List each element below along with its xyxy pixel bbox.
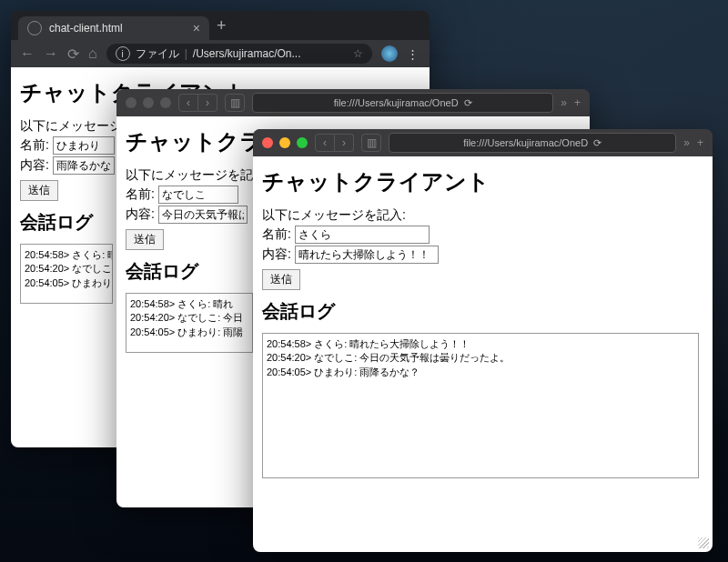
close-icon[interactable] xyxy=(126,97,136,108)
globe-icon xyxy=(27,21,42,35)
body-input[interactable] xyxy=(295,246,439,264)
browser-tab[interactable]: chat-client.html × xyxy=(18,16,209,40)
addr-prefix: ファイル xyxy=(136,46,179,62)
titlebar[interactable]: ‹ › ▥ file:///Users/kujiramac/OneD ⟳ » + xyxy=(116,89,590,116)
url-text: file:///Users/kujiramac/OneD xyxy=(463,137,588,148)
name-input[interactable] xyxy=(53,136,115,155)
forward-icon[interactable]: → xyxy=(44,45,58,62)
name-label: 名前: xyxy=(20,137,49,154)
address-bar[interactable]: file:///Users/kujiramac/OneD ⟳ xyxy=(389,133,676,153)
close-icon[interactable] xyxy=(262,137,273,148)
home-icon[interactable]: ⌂ xyxy=(88,45,97,62)
traffic-lights[interactable] xyxy=(262,137,308,148)
back-icon[interactable]: ‹ xyxy=(178,94,198,112)
new-tab-button[interactable]: + xyxy=(217,16,227,35)
addr-path: /Users/kujiramac/On... xyxy=(193,47,301,60)
back-icon[interactable]: ← xyxy=(20,45,35,62)
body-input[interactable] xyxy=(53,156,115,175)
body-label: 内容: xyxy=(20,157,49,174)
tab-title: chat-client.html xyxy=(49,22,123,35)
new-tab-icon[interactable]: + xyxy=(697,136,703,149)
name-label: 名前: xyxy=(262,226,291,243)
chrome-toolbar: ← → ⟳ ⌂ i ファイル | /Users/kujiramac/On... … xyxy=(11,40,430,67)
log-title: 会話ログ xyxy=(262,299,703,324)
sidebar-icon[interactable]: ▥ xyxy=(225,94,245,112)
minimize-icon[interactable] xyxy=(279,137,290,148)
new-tab-icon[interactable]: + xyxy=(574,96,581,109)
body-label: 内容: xyxy=(262,246,291,263)
info-icon: i xyxy=(116,46,130,61)
log-box[interactable]: 20:54:58> さくら: 晴 20:54:20> なでしこ 20:54:05… xyxy=(20,244,113,304)
titlebar[interactable]: ‹ › ▥ file:///Users/kujiramac/OneD ⟳ » + xyxy=(253,129,713,156)
extension-icon[interactable] xyxy=(381,45,398,62)
log-box[interactable]: 20:54:58> さくら: 晴れ 20:54:20> なでしこ: 今日 20:… xyxy=(126,293,253,353)
body-label: 内容: xyxy=(126,206,155,223)
chrome-tabbar: chat-client.html × + xyxy=(11,11,430,40)
close-tab-icon[interactable]: × xyxy=(193,21,200,35)
address-bar[interactable]: i ファイル | /Users/kujiramac/On... ☆ xyxy=(106,44,372,64)
star-icon[interactable]: ☆ xyxy=(353,47,363,60)
zoom-icon[interactable] xyxy=(160,97,171,108)
back-icon[interactable]: ‹ xyxy=(315,134,335,152)
prompt-text: 以下にメッセージを記入: xyxy=(262,207,703,224)
page-content: チャットクライアント 以下にメッセージを記入: 名前: 内容: 送信 会話ログ … xyxy=(253,156,713,552)
reload-icon[interactable]: ⟳ xyxy=(464,97,472,109)
minimize-icon[interactable] xyxy=(143,97,154,108)
name-input[interactable] xyxy=(295,226,430,244)
menu-icon[interactable]: ⋮ xyxy=(407,47,420,61)
send-button[interactable]: 送信 xyxy=(262,269,300,290)
url-text: file:///Users/kujiramac/OneD xyxy=(334,97,459,108)
sidebar-icon[interactable]: ▥ xyxy=(361,134,381,152)
send-button[interactable]: 送信 xyxy=(20,180,58,201)
safari-window-b: ‹ › ▥ file:///Users/kujiramac/OneD ⟳ » +… xyxy=(253,129,713,552)
overflow-icon[interactable]: » xyxy=(683,136,690,149)
traffic-lights[interactable] xyxy=(126,97,171,108)
page-title: チャットクライアント xyxy=(262,167,703,196)
log-box[interactable]: 20:54:58> さくら: 晴れたら大掃除しよう！！ 20:54:20> なで… xyxy=(262,333,699,478)
reload-icon[interactable]: ⟳ xyxy=(593,137,602,149)
send-button[interactable]: 送信 xyxy=(126,229,164,250)
reload-icon[interactable]: ⟳ xyxy=(67,45,79,63)
name-label: 名前: xyxy=(126,186,155,203)
resize-grip-icon[interactable] xyxy=(698,537,709,548)
overflow-icon[interactable]: » xyxy=(561,96,567,109)
body-input[interactable] xyxy=(158,206,248,224)
name-input[interactable] xyxy=(158,186,238,204)
forward-icon[interactable]: › xyxy=(198,94,217,112)
zoom-icon[interactable] xyxy=(297,137,308,148)
address-bar[interactable]: file:///Users/kujiramac/OneD ⟳ xyxy=(252,93,553,113)
forward-icon[interactable]: › xyxy=(335,134,354,152)
